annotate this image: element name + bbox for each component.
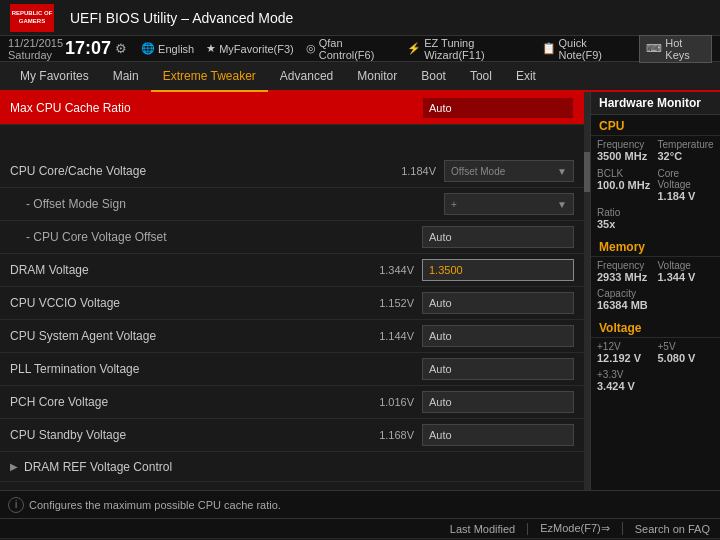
setting-pll-termination-voltage[interactable]: PLL Termination Voltage [0, 353, 584, 386]
footer-last-modified[interactable]: Last Modified [450, 523, 528, 535]
hw-val-5v: 5.080 V [658, 352, 715, 364]
hw-mem-voltage-area: Voltage 1.344 V [658, 260, 715, 283]
toolbar-ez-tuning[interactable]: ⚡ EZ Tuning Wizard(F11) [407, 37, 529, 61]
nav-boot[interactable]: Boot [409, 62, 458, 92]
hw-label-5v: +5V [658, 341, 715, 352]
setting-spacer1 [0, 125, 584, 155]
setting-label-max-cpu-cache: Max CPU Cache Ratio [10, 101, 422, 115]
nav-tool[interactable]: Tool [458, 62, 504, 92]
nav-exit[interactable]: Exit [504, 62, 548, 92]
setting-offset-mode-sign[interactable]: - Offset Mode Sign + ▼ [0, 188, 584, 221]
setting-cpu-vccio-voltage[interactable]: CPU VCCIO Voltage 1.152V [0, 287, 584, 320]
footer-search-faq[interactable]: Search on FAQ [623, 523, 710, 535]
setting-select-offset-mode-sign[interactable]: + ▼ [444, 193, 574, 215]
ez-tuning-label: EZ Tuning Wizard(F11) [424, 37, 529, 61]
nav-my-favorites[interactable]: My Favorites [8, 62, 101, 92]
day-text: Saturday [8, 49, 63, 61]
hw-12v-area: +12V 12.192 V [597, 341, 654, 364]
hw-val-capacity: 16384 MB [597, 299, 714, 311]
hw-val-mem-voltage: 1.344 V [658, 271, 715, 283]
hot-keys-label: Hot Keys [665, 37, 705, 61]
setting-pch-core-voltage[interactable]: PCH Core Voltage 1.016V [0, 386, 584, 419]
setting-input-max-cpu-cache[interactable] [422, 97, 574, 119]
hw-monitor-title: Hardware Monitor [591, 92, 720, 115]
setting-max-cpu-cache[interactable]: Max CPU Cache Ratio [0, 92, 584, 125]
nav-main[interactable]: Main [101, 62, 151, 92]
toolbar-hot-keys[interactable]: ⌨ Hot Keys [639, 35, 712, 63]
toolbar-quick-note[interactable]: 📋 Quick Note(F9) [542, 37, 628, 61]
hw-voltage-row1: +12V 12.192 V +5V 5.080 V [591, 338, 720, 367]
language-icon: 🌐 [141, 42, 155, 55]
hw-memory-row1: Frequency 2933 MHz Voltage 1.344 V [591, 257, 720, 286]
hw-cpu-row2: BCLK 100.0 MHz Core Voltage 1.184 V [591, 165, 720, 205]
setting-label-pll-termination-voltage: PLL Termination Voltage [10, 362, 422, 376]
status-message: Configures the maximum possible CPU cach… [29, 499, 281, 511]
hw-label-33v: +3.3V [597, 369, 714, 380]
setting-input-cpu-core-voltage-offset[interactable] [422, 226, 574, 248]
qfan-label: Qfan Control(F6) [319, 37, 395, 61]
setting-val-cpu-vccio-voltage: 1.152V [369, 297, 414, 309]
hw-cpu-row1: Frequency 3500 MHz Temperature 32°C [591, 136, 720, 165]
navbar: My Favorites Main Extreme Tweaker Advanc… [0, 62, 720, 92]
setting-dram-voltage[interactable]: DRAM Voltage 1.344V [0, 254, 584, 287]
scroll-thumb[interactable] [584, 152, 590, 192]
logo-box: REPUBLIC OF GAMERS [10, 4, 54, 32]
toolbar-qfan[interactable]: ◎ Qfan Control(F6) [306, 37, 395, 61]
section-dram-ref-voltage[interactable]: ▶ DRAM REF Voltage Control [0, 452, 584, 482]
hw-cpu-temp-area: Temperature 32°C [658, 139, 715, 162]
select-val-cpu-core-cache: Offset Mode [451, 166, 505, 177]
setting-val-dram-voltage: 1.344V [369, 264, 414, 276]
setting-input-cpu-vccio-voltage[interactable] [422, 292, 574, 314]
header-title: UEFI BIOS Utility – Advanced Mode [70, 10, 293, 26]
toolbar-myfavorite[interactable]: ★ MyFavorite(F3) [206, 42, 294, 55]
hw-bclk-area: BCLK 100.0 MHz [597, 168, 654, 202]
setting-input-pch-core-voltage[interactable] [422, 391, 574, 413]
nav-extreme-tweaker[interactable]: Extreme Tweaker [151, 62, 268, 92]
dropdown-arrow-cpu-core: ▼ [557, 166, 567, 177]
setting-input-cpu-standby-voltage[interactable] [422, 424, 574, 446]
setting-val-pch-core-voltage: 1.016V [369, 396, 414, 408]
hw-val-bclk: 100.0 MHz [597, 179, 654, 191]
main-content: Max CPU Cache Ratio CPU Core/Cache Volta… [0, 92, 720, 490]
setting-cpu-core-voltage-offset[interactable]: - CPU Core Voltage Offset [0, 221, 584, 254]
hw-mem-freq-area: Frequency 2933 MHz [597, 260, 654, 283]
date-display: 11/21/2015 Saturday [8, 37, 63, 61]
hw-label-mem-voltage: Voltage [658, 260, 715, 271]
footer-ez-mode[interactable]: EzMode(F7)⇒ [528, 522, 623, 535]
setting-input-cpu-system-agent-voltage[interactable] [422, 325, 574, 347]
toolbar-language[interactable]: 🌐 English [141, 42, 194, 55]
hw-val-temperature: 32°C [658, 150, 715, 162]
hw-val-33v: 3.424 V [597, 380, 714, 392]
footer-buttons: Last Modified EzMode(F7)⇒ Search on FAQ [450, 522, 710, 535]
setting-label-cpu-standby-voltage: CPU Standby Voltage [10, 428, 369, 442]
hw-cpu-title: CPU [591, 115, 720, 136]
hw-label-core-voltage: Core Voltage [658, 168, 715, 190]
nav-monitor[interactable]: Monitor [345, 62, 409, 92]
hw-ratio-area: Ratio 35x [591, 205, 720, 232]
footer-actions-bar: Last Modified EzMode(F7)⇒ Search on FAQ [0, 518, 720, 538]
hot-keys-button[interactable]: ⌨ Hot Keys [639, 35, 712, 63]
setting-input-pll-termination-voltage[interactable] [422, 358, 574, 380]
hw-val-ratio: 35x [597, 218, 714, 230]
setting-cpu-system-agent-voltage[interactable]: CPU System Agent Voltage 1.144V [0, 320, 584, 353]
setting-cpu-core-cache-voltage[interactable]: CPU Core/Cache Voltage 1.184V Offset Mod… [0, 155, 584, 188]
nav-advanced[interactable]: Advanced [268, 62, 345, 92]
expand-icon-dram-ref: ▶ [10, 461, 18, 472]
info-icon: i [8, 497, 24, 513]
hw-label-ratio: Ratio [597, 207, 714, 218]
setting-label-dram-voltage: DRAM Voltage [10, 263, 369, 277]
hw-label-bclk: BCLK [597, 168, 654, 179]
hw-33v-area: +3.3V 3.424 V [591, 367, 720, 394]
setting-select-cpu-core-cache-voltage[interactable]: Offset Mode ▼ [444, 160, 574, 182]
scrollbar[interactable] [584, 92, 590, 490]
toolbar-datetime-area: 11/21/2015 Saturday 17:07 ⚙ [8, 37, 127, 61]
keyboard-icon: ⌨ [646, 42, 662, 55]
setting-cpu-standby-voltage[interactable]: CPU Standby Voltage 1.168V [0, 419, 584, 452]
setting-input-dram-voltage[interactable] [422, 259, 574, 281]
gear-icon[interactable]: ⚙ [115, 41, 127, 56]
quick-note-icon: 📋 [542, 42, 556, 55]
status-info: i Configures the maximum possible CPU ca… [8, 497, 281, 513]
setting-val-cpu-standby-voltage: 1.168V [369, 429, 414, 441]
rog-logo: REPUBLIC OF GAMERS [10, 4, 58, 32]
setting-label-cpu-core-voltage-offset: - CPU Core Voltage Offset [10, 230, 422, 244]
